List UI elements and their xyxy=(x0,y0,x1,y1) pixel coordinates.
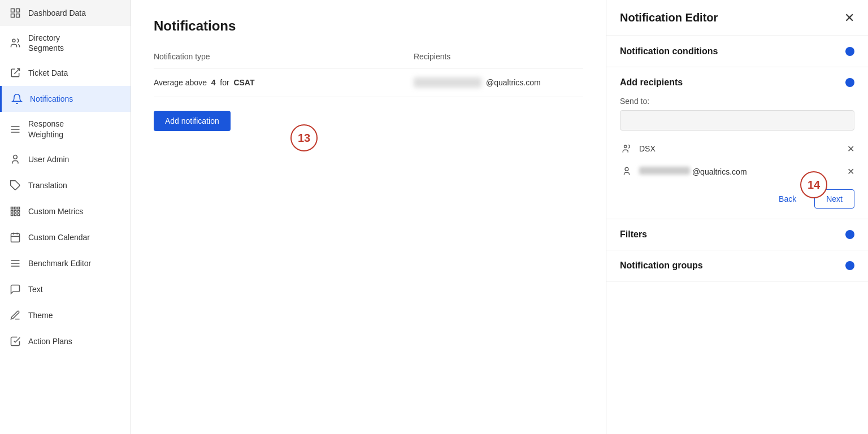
sidebar-item-translation[interactable]: Translation xyxy=(0,172,131,198)
benchmark-editor-icon xyxy=(9,257,21,270)
description-metric: CSAT xyxy=(233,78,254,87)
svg-rect-17 xyxy=(11,214,13,215)
ticket-data-icon xyxy=(9,67,21,79)
remove-user-button[interactable]: ✕ xyxy=(847,166,854,177)
sidebar-item-custom-metrics[interactable]: Custom Metrics xyxy=(0,198,131,224)
sidebar-item-response-weighting[interactable]: ResponseWeighting xyxy=(0,112,131,146)
text-icon xyxy=(9,283,21,296)
notifications-icon xyxy=(11,93,23,105)
svg-rect-16 xyxy=(18,210,19,212)
filters-section[interactable]: Filters xyxy=(606,219,868,250)
svg-rect-11 xyxy=(11,207,13,209)
sidebar-item-notifications[interactable]: Notifications xyxy=(0,86,131,112)
sidebar: Dashboard Data DirectorySegments Ticket … xyxy=(0,0,131,434)
next-button[interactable]: Next xyxy=(814,189,854,209)
sidebar-label-response-weighting: ResponseWeighting xyxy=(28,119,64,139)
sidebar-item-action-plans[interactable]: Action Plans xyxy=(0,328,131,354)
svg-point-9 xyxy=(14,155,18,159)
sidebar-item-theme[interactable]: Theme xyxy=(0,302,131,328)
svg-rect-19 xyxy=(18,214,19,215)
notification-groups-toggle[interactable] xyxy=(845,261,854,270)
sidebar-item-text[interactable]: Text xyxy=(0,276,131,302)
add-recipients-section: Add recipients Send to: DSX ✕ @qualtrics… xyxy=(606,67,868,219)
sidebar-label-translation: Translation xyxy=(28,180,67,190)
panel-title: Notification Editor xyxy=(620,11,718,24)
notification-conditions-toggle[interactable] xyxy=(845,47,854,56)
recipient-cell: @qualtrics.com xyxy=(414,77,583,88)
sidebar-label-user-admin: User Admin xyxy=(28,154,69,164)
svg-rect-18 xyxy=(14,214,16,215)
panel-header: Notification Editor ✕ xyxy=(606,0,868,36)
main-content: Notifications Notification type Recipien… xyxy=(131,0,606,434)
add-recipients-header: Add recipients xyxy=(620,77,854,88)
annotation-13: 13 xyxy=(290,124,318,151)
svg-rect-15 xyxy=(14,210,16,212)
close-button[interactable]: ✕ xyxy=(844,12,854,24)
right-panel: Notification Editor ✕ Notification condi… xyxy=(606,0,868,434)
notification-groups-label: Notification groups xyxy=(620,261,703,271)
sidebar-label-benchmark-editor: Benchmark Editor xyxy=(28,258,91,268)
svg-point-28 xyxy=(625,167,628,171)
sidebar-label-custom-metrics: Custom Metrics xyxy=(28,206,83,216)
notification-conditions-label: Notification conditions xyxy=(620,46,718,57)
description-value: 4 xyxy=(211,78,216,87)
sidebar-item-benchmark-editor[interactable]: Benchmark Editor xyxy=(0,250,131,276)
add-notification-button[interactable]: Add notification xyxy=(154,111,231,131)
notification-description: Average above 4 for CSAT xyxy=(154,78,414,87)
group-icon xyxy=(620,142,633,155)
panel-footer: 14 Back Next xyxy=(620,189,854,209)
svg-point-4 xyxy=(12,40,15,42)
description-prefix: Average above xyxy=(154,78,207,87)
recipient-row-user: @qualtrics.com ✕ xyxy=(620,160,854,183)
translation-icon xyxy=(9,179,21,192)
svg-rect-2 xyxy=(11,14,15,18)
sidebar-item-user-admin[interactable]: User Admin xyxy=(0,146,131,172)
svg-rect-3 xyxy=(16,14,20,18)
add-recipients-toggle[interactable] xyxy=(845,78,854,87)
notification-groups-section[interactable]: Notification groups xyxy=(606,250,868,281)
recipient-domain-user: @qualtrics.com xyxy=(692,167,747,176)
add-recipients-label: Add recipients xyxy=(620,77,683,88)
recipient-row-dsx: DSX ✕ xyxy=(620,137,854,160)
svg-rect-20 xyxy=(11,233,20,242)
table-row: Average above 4 for CSAT @qualtrics.com xyxy=(154,68,583,97)
filters-toggle[interactable] xyxy=(845,230,854,239)
sidebar-item-custom-calendar[interactable]: Custom Calendar xyxy=(0,224,131,250)
sidebar-item-dashboard-data[interactable]: Dashboard Data xyxy=(0,0,131,26)
svg-rect-1 xyxy=(16,9,20,12)
sidebar-label-notifications: Notifications xyxy=(30,94,73,104)
sidebar-label-dashboard-data: Dashboard Data xyxy=(28,8,86,18)
notification-conditions-section[interactable]: Notification conditions xyxy=(606,36,868,67)
recipient-blur xyxy=(414,77,481,88)
back-button[interactable]: Back xyxy=(767,190,808,208)
send-to-input[interactable] xyxy=(620,110,854,131)
custom-metrics-icon xyxy=(9,205,21,218)
person-icon xyxy=(620,164,633,178)
sidebar-label-theme: Theme xyxy=(28,310,53,320)
sidebar-label-text: Text xyxy=(28,284,43,294)
sidebar-item-ticket-data[interactable]: Ticket Data xyxy=(0,60,131,86)
svg-rect-13 xyxy=(18,207,19,209)
theme-icon xyxy=(9,309,21,322)
send-to-label: Send to: xyxy=(620,97,854,106)
action-plans-icon xyxy=(9,335,21,348)
table-header: Notification type Recipients xyxy=(154,52,583,68)
remove-dsx-button[interactable]: ✕ xyxy=(847,144,854,154)
description-for: for xyxy=(220,78,229,87)
sidebar-label-directory-segments: DirectorySegments xyxy=(28,33,64,53)
sidebar-label-action-plans: Action Plans xyxy=(28,336,72,346)
recipient-name-dsx: DSX xyxy=(639,144,841,153)
svg-rect-12 xyxy=(14,207,16,209)
col-header-notification-type: Notification type xyxy=(154,52,414,61)
dashboard-data-icon xyxy=(9,7,21,19)
sidebar-label-custom-calendar: Custom Calendar xyxy=(28,232,90,242)
sidebar-item-directory-segments[interactable]: DirectorySegments xyxy=(0,26,131,60)
filters-label: Filters xyxy=(620,229,647,240)
recipient-domain: @qualtrics.com xyxy=(486,78,541,87)
svg-point-27 xyxy=(624,145,627,148)
col-header-recipients: Recipients xyxy=(414,52,583,61)
response-weighting-icon xyxy=(9,123,21,136)
svg-rect-14 xyxy=(11,210,13,212)
directory-segments-icon xyxy=(9,37,21,49)
svg-rect-0 xyxy=(11,9,15,12)
